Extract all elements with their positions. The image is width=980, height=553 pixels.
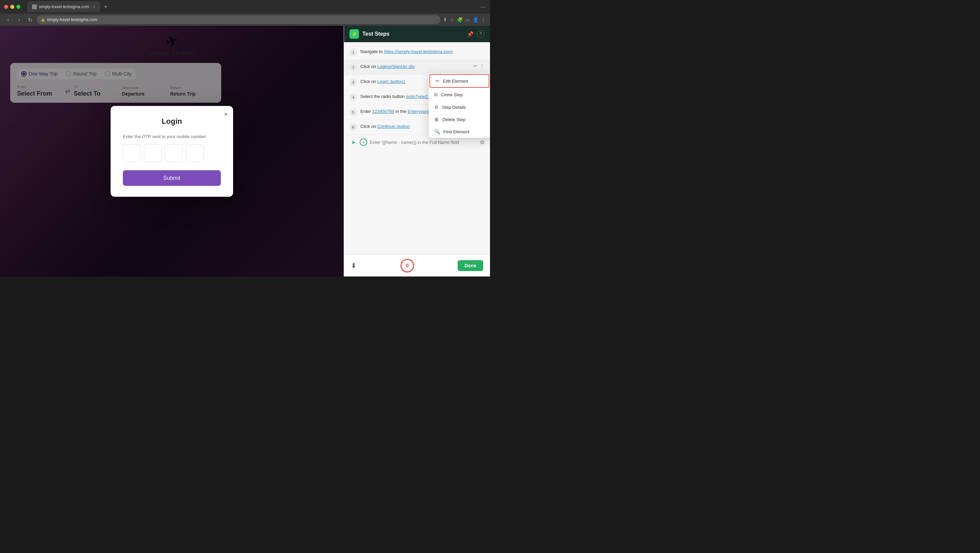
- context-edit-element[interactable]: ✏ Edit Element: [430, 74, 489, 88]
- browser-nav-bar: ‹ › ↻ 🔒 simply-travel.testsigma.com ⬆ ☆ …: [0, 14, 490, 26]
- step-2-prefix: Click on: [360, 64, 377, 69]
- testsigma-logo-icon: ⚡: [350, 29, 359, 39]
- step-5-value: 123456789: [372, 109, 395, 114]
- step-2-content: Click on LoginorSignUp::div: [360, 63, 470, 70]
- step-num-1: 1: [350, 49, 357, 56]
- otp-box-1[interactable]: [123, 144, 140, 162]
- step-3-prefix: Click on: [360, 79, 377, 84]
- panel-title: Test Steps: [363, 31, 390, 37]
- browser-menu-btn[interactable]: ⋯: [480, 4, 486, 10]
- step-5-prefix: Enter: [360, 109, 372, 114]
- tab-close-btn[interactable]: ×: [93, 5, 95, 9]
- step-2-edit-btn[interactable]: ✏: [474, 63, 478, 69]
- pin-btn[interactable]: 📌: [467, 31, 474, 37]
- new-step-input[interactable]: [370, 140, 477, 145]
- context-find-label: Find Element: [443, 129, 469, 134]
- url-text: simply-travel.testsigma.com: [47, 17, 97, 22]
- step-num-2: 2: [350, 64, 357, 71]
- context-delete-label: Delete Step: [442, 117, 466, 122]
- tab-favicon: [32, 5, 37, 9]
- modal-title: Login: [123, 117, 221, 126]
- step-6-prefix: Click on: [360, 124, 377, 129]
- panel-footer: ⬇ ⏸ Done: [344, 254, 490, 276]
- panel-header: ⚡ Test Steps 📌 ?: [344, 26, 490, 42]
- otp-box-4[interactable]: [186, 144, 204, 162]
- step-2-context-menu: ✏ Edit Element ⧉ Clone Step ⚙ Step Detai…: [429, 73, 490, 138]
- login-modal: × Login Enter the OTP sent to your mobil…: [111, 106, 233, 197]
- step-1-prefix: Navigate to: [360, 49, 384, 54]
- step-2-more-btn[interactable]: ⋮: [480, 63, 485, 69]
- done-btn[interactable]: Done: [458, 260, 483, 271]
- footer-download-btn[interactable]: ⬇: [351, 262, 356, 270]
- browser-chrome: simply-travel.testsigma.com × + ⋯: [0, 0, 490, 14]
- pause-btn[interactable]: ⏸: [401, 259, 414, 272]
- step-6-link[interactable]: Continue::button: [377, 124, 410, 129]
- details-icon: ⚙: [434, 105, 439, 110]
- help-btn[interactable]: ?: [477, 30, 485, 38]
- nav-actions: ⬆ ☆ 🧩 ▭ 👤 ⋮: [443, 17, 486, 22]
- step-4-prefix: Select the radio button: [360, 94, 406, 99]
- back-btn[interactable]: ‹: [4, 17, 12, 23]
- step-1-content: Navigate to https://simply-travel.testsi…: [360, 48, 485, 55]
- context-step-details[interactable]: ⚙ Step Details: [429, 101, 490, 113]
- modal-subtitle: Enter the OTP sent to your mobile number: [123, 133, 221, 139]
- step-2: 2 Click on LoginorSignUp::div ✏ ⋮ ✏ Edit…: [344, 60, 490, 75]
- otp-inputs: [123, 144, 221, 162]
- refresh-btn[interactable]: ↻: [26, 17, 34, 23]
- step-2-actions: ✏ ⋮: [474, 63, 485, 69]
- bookmark-btn[interactable]: ☆: [450, 17, 454, 22]
- step-num-5: 5: [350, 108, 357, 116]
- panel-header-actions: 📌 ?: [467, 30, 485, 38]
- panel-header-left: ⚡ Test Steps: [350, 29, 390, 39]
- context-clone-label: Clone Step: [441, 92, 463, 97]
- context-delete-step[interactable]: 🗑 Delete Step: [429, 113, 490, 126]
- tab-title: simply-travel.testsigma.com: [39, 5, 89, 9]
- context-find-element[interactable]: 🔍 Find Element: [429, 126, 490, 138]
- step-3-link[interactable]: Login::button1: [377, 79, 405, 84]
- step-num-6: 6: [350, 124, 357, 131]
- step-num-4: 4: [350, 94, 357, 101]
- profile-btn[interactable]: 👤: [473, 17, 479, 22]
- modal-close-btn[interactable]: ×: [224, 111, 228, 118]
- otp-box-3[interactable]: [165, 144, 183, 162]
- website-background: ✈ SIMPLY TRAVEL One Way Trip Round Trip: [0, 26, 344, 276]
- test-steps-panel: ⚡ Test Steps 📌 ? 1 Navigate to https://s…: [344, 26, 490, 276]
- extensions-btn[interactable]: 🧩: [457, 17, 463, 22]
- main-area: ✈ SIMPLY TRAVEL One Way Trip Round Trip: [0, 26, 490, 276]
- step-1: 1 Navigate to https://simply-travel.test…: [344, 45, 490, 60]
- step-indicator-arrow: ➤: [350, 138, 357, 146]
- clone-icon: ⧉: [434, 92, 438, 98]
- minimize-window-btn[interactable]: [10, 5, 14, 9]
- new-tab-btn[interactable]: +: [102, 3, 110, 11]
- maximize-window-btn[interactable]: [16, 5, 21, 9]
- forward-btn[interactable]: ›: [15, 17, 23, 23]
- step-num-3: 3: [350, 79, 357, 86]
- submit-btn[interactable]: Submit: [123, 170, 221, 186]
- step-5-middle: in the: [395, 109, 407, 114]
- sidebar-btn[interactable]: ▭: [466, 17, 470, 22]
- lock-icon: 🔒: [41, 18, 45, 22]
- new-step-gear-btn[interactable]: ⚙: [480, 139, 485, 146]
- context-details-label: Step Details: [442, 105, 466, 110]
- browser-settings-btn[interactable]: ⋮: [481, 17, 486, 22]
- find-icon: 🔍: [434, 129, 440, 134]
- delete-icon: 🗑: [434, 117, 439, 122]
- add-step-btn[interactable]: +: [360, 138, 367, 146]
- tab-bar: simply-travel.testsigma.com × +: [27, 2, 478, 12]
- edit-icon: ✏: [436, 78, 440, 84]
- close-window-btn[interactable]: [4, 5, 8, 9]
- context-edit-label: Edit Element: [443, 79, 468, 84]
- step-2-link[interactable]: LoginorSignUp::div: [377, 64, 415, 69]
- step-1-link[interactable]: https://simply-travel.testsigma.com/: [384, 49, 453, 54]
- traffic-lights: [4, 5, 21, 9]
- address-bar[interactable]: 🔒 simply-travel.testsigma.com: [37, 15, 440, 24]
- context-clone-step[interactable]: ⧉ Clone Step: [429, 88, 490, 101]
- share-btn[interactable]: ⬆: [443, 17, 447, 22]
- otp-box-2[interactable]: [144, 144, 162, 162]
- steps-list: 1 Navigate to https://simply-travel.test…: [344, 42, 490, 254]
- active-tab[interactable]: simply-travel.testsigma.com ×: [27, 2, 100, 12]
